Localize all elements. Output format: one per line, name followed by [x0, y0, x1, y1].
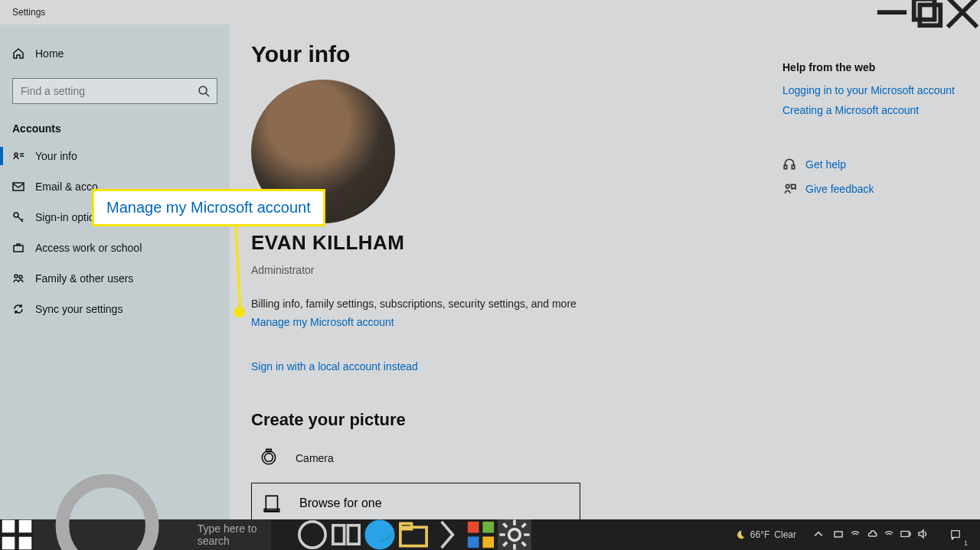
svg-rect-46 [909, 532, 910, 535]
sidebar-home[interactable]: Home [0, 40, 230, 67]
weather-widget[interactable]: 66°F Clear [735, 529, 796, 540]
start-button[interactable] [0, 519, 34, 550]
moon-icon [735, 529, 746, 540]
svg-line-6 [206, 93, 209, 96]
svg-rect-45 [901, 531, 910, 536]
tray-cloud-icon[interactable] [867, 529, 877, 542]
billing-description: Billing info, family settings, subscript… [251, 298, 959, 310]
manage-account-link[interactable]: Manage my Microsoft account [251, 316, 394, 328]
svg-rect-25 [19, 520, 32, 533]
svg-rect-31 [333, 526, 345, 544]
cortana-button[interactable] [329, 519, 363, 550]
tray-network-icon[interactable] [884, 529, 894, 542]
sidebar-item-label: Sync your settings [35, 303, 122, 315]
camera-icon [259, 447, 279, 469]
weather-temp: 66°F [750, 529, 769, 540]
svg-point-28 [62, 481, 152, 550]
svg-point-14 [19, 275, 22, 278]
sidebar-item-sync[interactable]: Sync your settings [0, 294, 230, 324]
svg-point-15 [265, 454, 273, 462]
svg-rect-21 [792, 165, 794, 169]
get-help-label: Get help [805, 158, 846, 171]
svg-rect-26 [2, 537, 15, 550]
tray-wifi-icon[interactable] [850, 529, 861, 542]
svg-point-22 [786, 184, 790, 188]
tray-volume-icon[interactable] [917, 529, 928, 542]
svg-rect-2 [920, 5, 940, 25]
taskbar-search[interactable]: Type here to search [34, 519, 271, 550]
give-feedback-label: Give feedback [805, 183, 874, 195]
svg-rect-24 [2, 520, 15, 533]
user-name: EVAN KILLHAM [251, 231, 959, 255]
help-link-create[interactable]: Creating a Microsoft account [782, 104, 959, 116]
camera-label: Camera [296, 452, 334, 464]
user-role: Administrator [251, 264, 959, 276]
taskbar: Type here to search ? 66°F Clear [0, 519, 980, 550]
callout-text: Manage my Microsoft account [106, 199, 311, 216]
give-feedback-link[interactable]: Give feedback [782, 182, 959, 196]
maximize-button[interactable] [910, 0, 945, 24]
headset-icon [782, 158, 796, 171]
svg-rect-47 [952, 531, 960, 538]
minimize-button[interactable] [874, 0, 910, 24]
person-card-icon [12, 150, 24, 162]
svg-rect-38 [468, 536, 479, 548]
notification-center[interactable]: 1 [939, 519, 972, 550]
window-title: Settings [12, 7, 45, 18]
browse-label: Browse for one [299, 496, 382, 510]
camera-option[interactable]: Camera [251, 438, 959, 478]
tray-battery-icon[interactable] [900, 529, 911, 542]
feedback-icon [782, 182, 796, 196]
home-icon [12, 47, 24, 60]
people-icon [12, 272, 24, 285]
taskbar-search-placeholder: Type here to search [198, 522, 260, 547]
settings-button[interactable] [498, 519, 531, 550]
svg-rect-27 [19, 537, 32, 550]
titlebar: Settings [0, 0, 980, 24]
tray-expand[interactable] [813, 529, 824, 542]
svg-rect-12 [14, 246, 23, 252]
office-button[interactable] [464, 519, 498, 550]
app-button-1[interactable] [430, 519, 464, 550]
browse-option[interactable]: Browse for one [251, 483, 580, 519]
signin-local-link[interactable]: Sign in with a local account instead [251, 360, 418, 373]
svg-rect-32 [348, 526, 359, 544]
svg-point-40 [509, 529, 521, 541]
svg-point-7 [15, 153, 18, 156]
sidebar-item-your-info[interactable]: Your info [0, 141, 230, 171]
help-heading: Help from the web [782, 61, 959, 73]
windows-icon [0, 518, 34, 550]
close-button[interactable] [945, 0, 980, 24]
briefcase-icon [12, 242, 24, 254]
sidebar-item-work[interactable]: Access work or school [0, 233, 230, 263]
svg-rect-44 [835, 532, 842, 537]
mail-icon [12, 181, 24, 193]
svg-rect-39 [482, 536, 494, 548]
sync-icon [12, 303, 24, 315]
explorer-button[interactable] [397, 519, 430, 550]
search-setting[interactable] [12, 78, 217, 104]
svg-rect-10 [13, 183, 24, 190]
svg-point-5 [199, 86, 207, 94]
svg-rect-20 [784, 165, 786, 169]
search-icon [44, 463, 188, 550]
browse-icon [263, 493, 283, 513]
weather-cond: Clear [774, 529, 796, 540]
search-icon [198, 85, 210, 97]
edge-button[interactable] [363, 519, 397, 550]
window-controls [874, 0, 980, 24]
task-view-button[interactable] [296, 519, 329, 550]
help-link-login[interactable]: Logging in to your Microsoft account [782, 84, 959, 96]
notification-badge: 1 [964, 539, 968, 547]
tray-icon-1[interactable] [833, 529, 844, 542]
get-help-link[interactable]: Get help [782, 158, 959, 171]
search-input[interactable] [12, 78, 217, 104]
callout-tooltip: Manage my Microsoft account [92, 189, 325, 226]
section-heading: Accounts [0, 112, 230, 141]
sidebar-item-label: Email & acco [35, 181, 98, 193]
sidebar-item-family[interactable]: Family & other users [0, 263, 230, 294]
help-panel: Help from the web Logging in to your Mic… [782, 61, 959, 196]
svg-rect-37 [482, 522, 494, 533]
callout-dot [234, 307, 245, 317]
taskbar-pinned [296, 519, 531, 550]
